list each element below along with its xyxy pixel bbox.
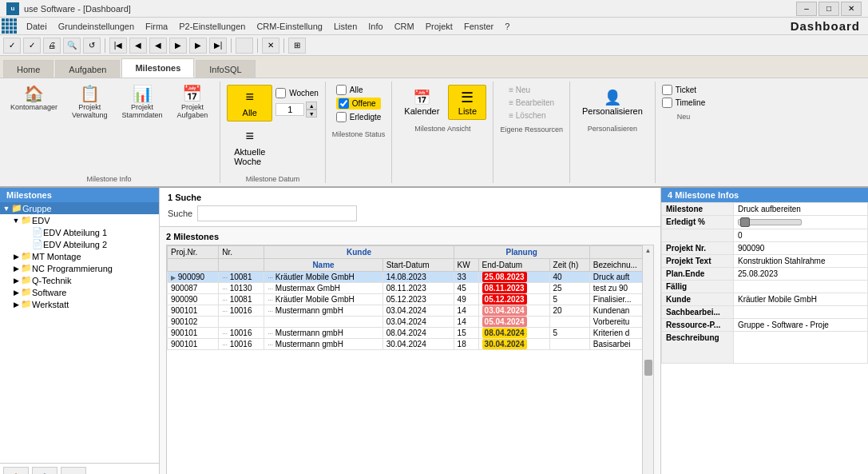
col-nr2 [219,259,264,272]
sidebar-item-edv-ab1[interactable]: 📄 EDV Abteilung 1 [0,226,159,238]
ribbon-btn-alle[interactable]: ≡ Alle [227,85,272,121]
table-row[interactable]: 900101 ··· 10016 ··· Mustermann gmbH 08.… [168,328,653,339]
sidebar-tasks-btn[interactable]: 📋 [32,467,57,474]
sw-toggle[interactable]: ▶ [11,289,21,297]
info-row-fallig: Fällig [662,281,868,293]
ribbon-btn-kontomanager[interactable]: 🏠 Kontomanager [5,82,63,115]
toolbar-grid[interactable]: ⊞ [288,38,306,54]
checkbox-wochen[interactable]: Wochen [275,88,319,98]
toolbar-delete[interactable]: ✕ [262,38,279,54]
menu-listen[interactable]: Listen [329,20,362,33]
sidebar-item-qtechnik[interactable]: ▶ 📁 Q-Technik [0,274,159,286]
menu-fenster[interactable]: Fenster [459,20,498,33]
spin-up[interactable]: ▲ [306,102,317,110]
ribbon-group-personalisieren: 👤 Personalisieren Personalisieren [577,82,656,183]
table-row[interactable]: 900102 03.04.2024 14 05.04.2024 Vorberei… [168,317,653,328]
checkbox-ticket[interactable]: Ticket [662,85,705,95]
projektstammdaten-icon: 📊 [133,86,153,102]
checkbox-alle[interactable]: Alle [336,85,381,95]
toolbar-search[interactable]: 🔍 [63,38,81,54]
gruppe-toggle[interactable]: ▼ [2,205,11,213]
milestones-table-wrap[interactable]: Proj.Nr. Nr. Kunde Planung Name Start-Da… [166,245,654,474]
info-value-projekt-nr: 900090 [734,242,868,255]
checkbox-wochen-input[interactable] [275,88,286,98]
sidebar-item-edv[interactable]: ▼ 📁 EDV [0,214,159,226]
ws-toggle[interactable]: ▶ [11,301,21,309]
mt-toggle[interactable]: ▶ [11,253,21,261]
checkbox-timeline-input[interactable] [662,98,672,108]
toolbar-refresh[interactable]: ↺ [83,38,101,54]
search-input[interactable] [197,205,357,221]
checkbox-offene[interactable]: Offene [336,98,381,110]
minimize-button[interactable]: – [796,2,817,16]
cell-zeit: 40 [549,272,589,283]
sidebar-item-nc[interactable]: ▶ 📁 NC Programmierung [0,262,159,274]
menu-projekt[interactable]: Projekt [421,20,458,33]
toolbar-nav-prev[interactable]: ◀ [129,38,147,54]
slider-knob[interactable] [740,217,750,227]
ribbon-btn-kalender[interactable]: 📅 Kalender [398,85,445,120]
checkbox-timeline[interactable]: Timeline [662,98,705,108]
ribbon-btn-personalisieren[interactable]: 👤 Personalisieren [577,85,648,120]
sidebar-item-werkstatt[interactable]: ▶ 📁 Werkstatt [0,298,159,310]
tab-infosql[interactable]: InfoSQL [196,60,255,78]
sidebar-item-software[interactable]: ▶ 📁 Software [0,286,159,298]
tab-milestones[interactable]: Milestones [121,58,194,78]
ribbon-btn-projektverwaltung[interactable]: 📋 ProjektVerwaltung [66,82,113,123]
menu-info[interactable]: Info [363,20,387,33]
table-row[interactable]: 900101 ··· 10016 ··· Mustermann gmbH 30.… [168,339,653,350]
menu-crm[interactable]: CRM [390,20,419,33]
close-button[interactable]: ✕ [841,2,862,16]
checkbox-erledigte-input[interactable] [336,112,347,122]
table-row[interactable]: 900090 ··· 10081 ··· Kräutler Mobile Gmb… [168,294,653,305]
nc-toggle[interactable]: ▶ [11,265,21,273]
menu-p2[interactable]: P2-Einstellungen [174,20,250,33]
toolbar-nav-next[interactable]: ▶ [189,38,207,54]
menu-grundeinstellungen[interactable]: Grundeinstellungen [54,20,139,33]
edv-toggle[interactable]: ▼ [11,217,21,225]
checkbox-alle-label: Alle [350,86,363,94]
restore-button[interactable]: □ [818,2,839,16]
table-row[interactable]: ▶ 900090 ··· 10081 ··· Kräutler Mobile G… [168,272,653,283]
toolbar-nav-fwd[interactable]: ▶ [169,38,187,54]
ribbon-btn-projektaufgaben[interactable]: 📅 ProjektAufgaben [172,82,214,123]
toolbar-btn-1[interactable]: ✓ [3,38,21,54]
search-label: Suche [168,209,192,218]
toolbar-btn-2[interactable]: ✓ [23,38,41,54]
spin-arrows[interactable]: ▲ ▼ [306,102,317,118]
checkbox-alle-input[interactable] [336,85,347,95]
qt-toggle[interactable]: ▶ [11,277,21,285]
table-scrollbar[interactable]: ▲ ▼ [642,245,653,474]
toolbar-nav-first[interactable]: |◀ [109,38,127,54]
titlebar-controls[interactable]: – □ ✕ [796,2,862,16]
slider-track[interactable] [738,219,802,225]
checkbox-erledigte[interactable]: Erledigte [336,112,381,122]
scroll-thumb[interactable] [644,360,652,376]
cell-start: 08.04.2024 [382,328,454,339]
sidebar-expand-btn[interactable]: ▼ [61,467,86,474]
ribbon-btn-liste[interactable]: ☰ Liste [448,85,486,120]
sidebar-item-gruppe[interactable]: ▼ 📁 Gruppe [0,202,159,214]
sidebar-home-btn[interactable]: 🏠 [3,467,29,474]
checkbox-ticket-input[interactable] [662,85,672,95]
menu-crm-einstellung[interactable]: CRM-Einstellung [252,20,327,33]
sidebar-item-mt-montage[interactable]: ▶ 📁 MT Montage [0,250,159,262]
toolbar-print[interactable]: 🖨 [43,38,61,54]
menu-help[interactable]: ? [500,20,514,33]
scroll-up[interactable]: ▲ [645,247,652,254]
spin-input[interactable] [275,103,304,116]
table-row[interactable]: 900101 ··· 10016 ··· Mustermann gmbH 03.… [168,305,653,317]
sidebar-item-edv-ab2[interactable]: 📄 EDV Abteilung 2 [0,238,159,250]
toolbar-nav-back[interactable]: ◀ [149,38,167,54]
toolbar-btn-empty[interactable] [236,38,253,54]
toolbar-nav-last[interactable]: ▶| [209,38,227,54]
menu-datei[interactable]: Datei [22,20,52,33]
table-row[interactable]: 900087 ··· 10130 ··· Mustermax GmbH 08.1… [168,283,653,294]
menu-firma[interactable]: Firma [141,20,172,33]
tab-home[interactable]: Home [3,60,54,78]
checkbox-offene-input[interactable] [339,98,349,109]
tab-aufgaben[interactable]: Aufgaben [55,60,120,78]
ribbon-btn-aktuelle-woche[interactable]: ≡ AktuelleWoche [227,124,272,170]
ribbon-btn-projektstammdaten[interactable]: 📊 ProjektStammdaten [117,82,168,123]
spin-down[interactable]: ▼ [306,110,317,118]
